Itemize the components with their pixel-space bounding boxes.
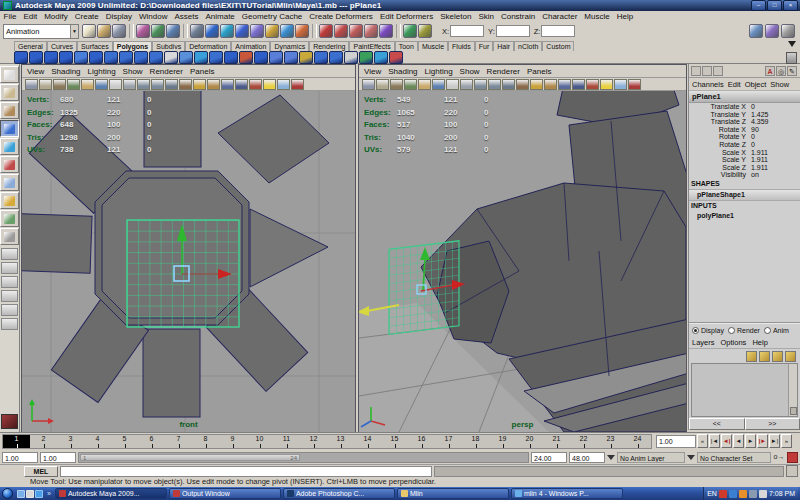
start-button[interactable] <box>2 488 13 499</box>
panel-menu-panels[interactable]: Panels <box>190 67 214 76</box>
poly-cone-icon[interactable] <box>59 51 73 64</box>
film-gate-icon[interactable] <box>137 79 150 90</box>
render-settings-icon[interactable] <box>781 24 795 38</box>
two-pane-stacked-layout[interactable] <box>1 290 18 302</box>
timeline-frame-20[interactable]: 20 <box>516 435 543 448</box>
select-rendering-icon[interactable] <box>280 24 294 38</box>
resolution-gate-icon[interactable] <box>488 79 501 90</box>
input-operations-icon[interactable] <box>403 24 417 38</box>
channel-object-name[interactable]: pPlane1 <box>689 91 800 103</box>
step-back-frame-button[interactable]: |◄ <box>709 434 720 448</box>
channel-hyperbolic-icon[interactable]: ◎ <box>776 66 786 76</box>
camera-attributes-icon[interactable] <box>53 79 66 90</box>
field-chart-icon[interactable] <box>179 79 192 90</box>
timeline-frame-22[interactable]: 22 <box>570 435 597 448</box>
menu-modify[interactable]: Modify <box>41 11 72 22</box>
show-manipulator-tool[interactable] <box>0 210 19 227</box>
show-desktop-icon[interactable] <box>17 490 25 498</box>
menu-assets[interactable]: Assets <box>171 11 202 22</box>
minimize-button[interactable]: – <box>751 0 766 11</box>
poly-cylinder-icon[interactable] <box>44 51 58 64</box>
scale-tool[interactable] <box>0 156 19 173</box>
panel-menu-renderer[interactable]: Renderer <box>150 67 183 76</box>
grease-pencil-icon[interactable] <box>109 79 122 90</box>
channel-value-scale-z[interactable]: 1.911 <box>749 164 768 172</box>
select-dynamics-icon[interactable] <box>265 24 279 38</box>
xray-icon[interactable] <box>291 79 304 90</box>
timeline-frame-5[interactable]: 5 <box>111 435 138 448</box>
timeline-frame-21[interactable]: 21 <box>543 435 570 448</box>
select-joints-icon[interactable] <box>205 24 219 38</box>
internet-explorer-icon[interactable] <box>35 490 43 498</box>
channel-layer-split-layout-icon[interactable] <box>713 66 723 76</box>
booleans-icon[interactable] <box>254 51 268 64</box>
task-autodesk-maya-2009[interactable]: Autodesk Maya 2009... <box>55 488 167 499</box>
image-plane-icon[interactable] <box>81 79 94 90</box>
extract-icon[interactable] <box>239 51 253 64</box>
last-tool[interactable] <box>0 228 19 245</box>
safe-action-icon[interactable] <box>530 79 543 90</box>
layer-list[interactable] <box>691 363 798 417</box>
pager-prev-button[interactable]: << <box>689 418 745 430</box>
menu-skeleton[interactable]: Skeleton <box>437 11 475 22</box>
safe-title-icon[interactable] <box>207 79 220 90</box>
y-coordinate-field[interactable] <box>496 25 530 37</box>
panel-menu-lighting[interactable]: Lighting <box>425 67 453 76</box>
timeline-frame-2[interactable]: 2 <box>30 435 57 448</box>
lock-camera-icon[interactable] <box>376 79 389 90</box>
timeline-frame-10[interactable]: 10 <box>246 435 273 448</box>
playback-start-field[interactable]: 1.00 <box>40 452 76 463</box>
range-slider-bar[interactable]: 1 24 <box>80 454 300 461</box>
character-set-menu-icon[interactable] <box>687 455 695 464</box>
timeline-frame-12[interactable]: 12 <box>300 435 327 448</box>
shelf-tab-rendering[interactable]: Rendering <box>309 41 349 51</box>
channel-menu-channels[interactable]: Channels <box>692 80 724 89</box>
bridge-icon[interactable] <box>329 51 343 64</box>
language-indicator[interactable]: EN <box>707 490 717 497</box>
textured-icon[interactable] <box>249 79 262 90</box>
layer-editor-layout-icon[interactable] <box>702 66 712 76</box>
poly-pipe-icon[interactable] <box>134 51 148 64</box>
four-pane-layout[interactable] <box>1 262 18 274</box>
layer-move-down-icon[interactable] <box>785 351 796 362</box>
shelf-tab-custom[interactable]: Custom <box>542 41 574 51</box>
step-forward-frame-button[interactable]: ►| <box>769 434 780 448</box>
smooth-shade-icon[interactable] <box>235 79 248 90</box>
panel-menu-view[interactable]: View <box>364 67 381 76</box>
panel-menu-panels[interactable]: Panels <box>527 67 551 76</box>
shelf-tab-subdivs[interactable]: Subdivs <box>152 41 185 51</box>
task-adobe-photoshop-c[interactable]: Adobe Photoshop C... <box>283 488 395 499</box>
channel-value-rotate-z[interactable]: 0 <box>749 141 755 149</box>
select-camera-icon[interactable] <box>362 79 375 90</box>
new-scene-icon[interactable] <box>82 24 96 38</box>
two-d-pan-zoom-icon[interactable] <box>95 79 108 90</box>
shelf-tab-hair[interactable]: Hair <box>493 41 514 51</box>
channel-menu-object[interactable]: Object <box>745 80 767 89</box>
snap-to-points-icon[interactable] <box>349 24 363 38</box>
two-d-pan-zoom-icon[interactable] <box>432 79 445 90</box>
go-to-end-button[interactable]: » <box>781 434 792 448</box>
shelf-tab-toon[interactable]: Toon <box>395 41 418 51</box>
playback-end-field[interactable]: 24.00 <box>531 452 567 463</box>
xray-icon[interactable] <box>628 79 641 90</box>
mirror-icon[interactable] <box>209 51 223 64</box>
volume-icon[interactable] <box>759 490 767 498</box>
lock-camera-icon[interactable] <box>39 79 52 90</box>
menu-set-dropdown[interactable]: Animation ▼ <box>3 24 79 39</box>
layer-menu-help[interactable]: Help <box>752 338 767 347</box>
timeline-frame-19[interactable]: 19 <box>489 435 516 448</box>
task-mlin-4-windows-p[interactable]: mlin 4 - Windows P... <box>511 488 623 499</box>
timeline-frame-17[interactable]: 17 <box>435 435 462 448</box>
ipr-render-icon[interactable] <box>765 24 779 38</box>
timeline-frame-11[interactable]: 11 <box>273 435 300 448</box>
menu-skin[interactable]: Skin <box>475 11 498 22</box>
channel-box-layout-icon[interactable] <box>691 66 701 76</box>
timeline-frame-14[interactable]: 14 <box>354 435 381 448</box>
select-camera-icon[interactable] <box>25 79 38 90</box>
shelf-tab-painteffects[interactable]: PaintEffects <box>349 41 394 51</box>
make-live-icon[interactable] <box>379 24 393 38</box>
network-icon[interactable] <box>749 490 757 498</box>
extrude-icon[interactable] <box>299 51 313 64</box>
smooth-shade-icon[interactable] <box>572 79 585 90</box>
panel-menu-shading[interactable]: Shading <box>388 67 417 76</box>
